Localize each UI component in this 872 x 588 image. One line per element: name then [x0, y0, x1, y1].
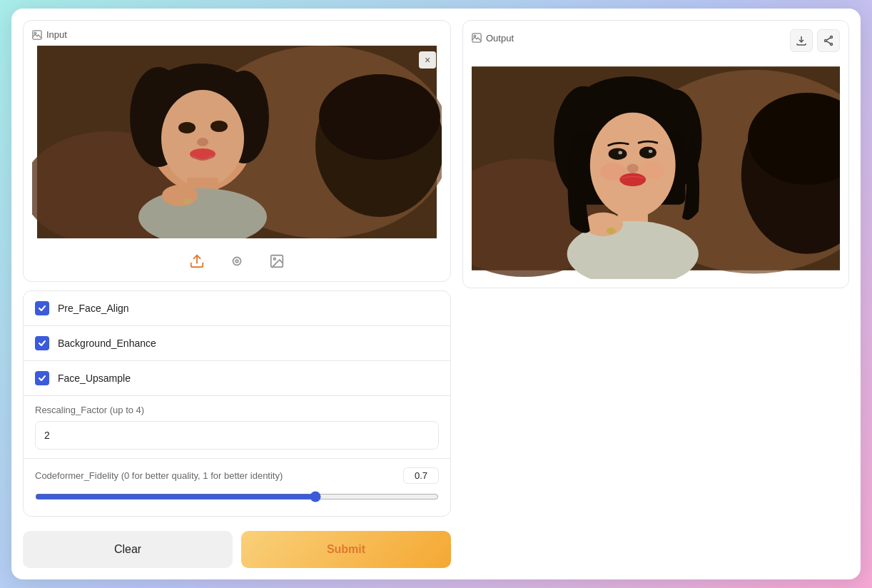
- share-button[interactable]: [817, 29, 840, 52]
- output-image-icon: [472, 33, 482, 43]
- face-upsample-label: Face_Upsample: [58, 372, 131, 384]
- svg-line-30: [826, 38, 830, 40]
- rescaling-title: Rescaling_Factor (up to 4): [35, 405, 439, 415]
- face-upsample-row: Face_Upsample: [24, 361, 450, 396]
- svg-point-52: [584, 213, 623, 236]
- fidelity-slider[interactable]: [35, 491, 439, 502]
- rescaling-section: Rescaling_Factor (up to 4): [24, 396, 450, 459]
- output-actions: [790, 29, 840, 52]
- left-panel: Input ×: [23, 20, 451, 568]
- pre-face-align-label: Pre_Face_Align: [58, 303, 129, 314]
- image-icon: [32, 30, 42, 40]
- svg-point-21: [233, 258, 241, 265]
- main-container: Input ×: [11, 9, 861, 579]
- pre-face-align-checkbox[interactable]: [35, 301, 49, 315]
- input-image-wrapper: ×: [32, 46, 442, 238]
- output-image-svg: [472, 58, 840, 279]
- svg-line-31: [826, 41, 830, 44]
- svg-point-45: [639, 147, 656, 159]
- svg-point-18: [162, 185, 198, 206]
- output-image-wrapper: [472, 58, 840, 279]
- face-upsample-checkbox[interactable]: [35, 371, 49, 385]
- svg-point-48: [627, 164, 639, 173]
- right-panel: Output: [451, 20, 849, 568]
- gallery-button[interactable]: [265, 250, 288, 273]
- svg-point-19: [183, 198, 191, 204]
- background-enhance-row: Background_Enhance: [24, 326, 450, 361]
- pre-face-align-row: Pre_Face_Align: [24, 291, 450, 326]
- svg-point-22: [235, 260, 238, 263]
- svg-point-46: [618, 151, 622, 155]
- svg-point-44: [609, 148, 627, 160]
- camera-button[interactable]: [225, 250, 248, 273]
- rescaling-input[interactable]: [35, 421, 439, 450]
- svg-point-24: [273, 258, 275, 260]
- output-label: Output: [472, 33, 514, 44]
- fidelity-value: 0.7: [403, 467, 439, 484]
- svg-point-28: [825, 40, 827, 42]
- background-enhance-label: Background_Enhance: [58, 338, 156, 349]
- upload-button[interactable]: [186, 250, 208, 273]
- fidelity-header: Codeformer_Fidelity (0 for better qualit…: [35, 467, 439, 484]
- background-enhance-checkbox[interactable]: [35, 336, 49, 350]
- download-icon: [796, 35, 807, 46]
- svg-point-15: [190, 148, 216, 160]
- fidelity-title: Codeformer_Fidelity (0 for better qualit…: [35, 470, 283, 481]
- share-icon: [823, 35, 834, 46]
- controls-card: Pre_Face_Align Background_Enhance: [23, 290, 451, 517]
- svg-point-12: [178, 122, 196, 133]
- bottom-buttons: Clear Submit: [23, 531, 451, 568]
- input-label: Input: [32, 29, 442, 40]
- fidelity-section: Codeformer_Fidelity (0 for better qualit…: [24, 459, 450, 514]
- close-button[interactable]: ×: [419, 51, 436, 69]
- output-header: Output: [472, 29, 840, 52]
- svg-point-53: [607, 228, 616, 234]
- svg-point-29: [831, 44, 833, 46]
- input-label-text: Input: [46, 29, 67, 40]
- submit-button[interactable]: Submit: [241, 531, 451, 568]
- clear-button[interactable]: Clear: [23, 531, 233, 568]
- input-image-card: Input ×: [23, 20, 451, 282]
- svg-point-13: [211, 121, 228, 132]
- output-label-text: Output: [486, 33, 514, 44]
- input-image-svg: [32, 46, 442, 238]
- image-toolbar: [32, 245, 442, 273]
- svg-point-6: [319, 74, 440, 160]
- download-button[interactable]: [790, 29, 813, 52]
- svg-point-49: [619, 173, 646, 186]
- svg-point-14: [197, 138, 208, 146]
- output-image-card: Output: [462, 20, 849, 288]
- svg-point-47: [649, 150, 653, 153]
- svg-point-27: [831, 36, 833, 39]
